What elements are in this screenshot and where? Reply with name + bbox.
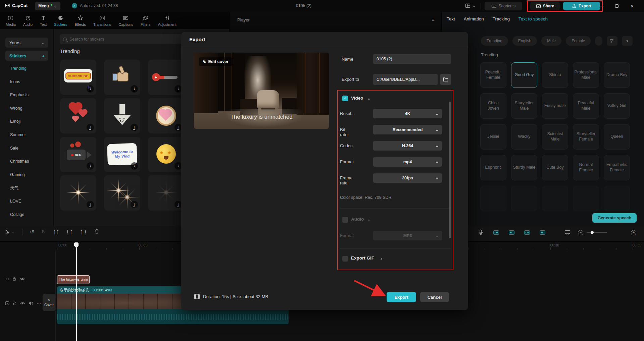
voice-card[interactable]: Drama Boy <box>604 62 630 88</box>
eye-icon[interactable] <box>20 277 25 281</box>
download-icon[interactable]: ↓ <box>87 124 94 131</box>
menu-button[interactable]: Menu ⌄ <box>35 2 60 10</box>
split-right-button[interactable]: ]⢸ <box>80 229 87 235</box>
gif-checkbox[interactable] <box>342 256 348 262</box>
voice-card[interactable]: Storyteller Female <box>573 124 599 150</box>
close-button[interactable]: ✕ <box>628 3 636 9</box>
sidebar-item-love[interactable]: LOVE <box>10 199 21 204</box>
yours-dropdown[interactable]: Yours ⌄ <box>5 38 48 48</box>
voice-card[interactable]: Valley Girl <box>604 93 630 119</box>
voice-card-partial[interactable] <box>542 186 568 211</box>
download-icon[interactable]: ↓ <box>87 201 94 208</box>
more-options-icon[interactable]: ⋯ <box>37 301 41 306</box>
tab-text[interactable]: Text <box>447 16 455 21</box>
tab-transitions[interactable]: .f{fill:#9a9a9a;stroke:none;}Transitions <box>90 15 114 26</box>
undo-button[interactable]: ↺ <box>30 229 34 235</box>
sidebar-item-wrong[interactable]: Wrong <box>10 106 22 111</box>
voice-card[interactable]: Queen <box>604 124 630 150</box>
minimize-button[interactable] <box>598 3 606 9</box>
text-clip[interactable]: The luxury is unm <box>57 275 90 284</box>
tab-text[interactable]: .f{fill:#9a9a9a;stroke:none;}Text <box>37 15 50 26</box>
redo-button[interactable]: ↻ <box>42 229 46 235</box>
speaker-icon[interactable] <box>29 301 33 305</box>
sticker-card-starface[interactable]: ★ ★↓ <box>148 137 184 172</box>
download-icon[interactable]: ↓ <box>175 124 182 131</box>
voice-card[interactable]: Good Guy <box>511 62 537 88</box>
export-confirm-button[interactable]: Export <box>387 292 416 302</box>
dropdown-framerate[interactable]: 30fps⌄ <box>373 173 442 183</box>
download-icon[interactable]: ↓ <box>131 124 138 131</box>
download-icon[interactable]: ↓ <box>175 201 182 208</box>
voice-card[interactable]: Fussy male <box>542 93 568 119</box>
sidebar-item-emphasis[interactable]: Emphasis <box>10 93 29 97</box>
split-left-button[interactable]: ⡇[ <box>66 229 73 235</box>
tab-stickers[interactable]: .f{fill:#2fb8c3;stroke:none;}Stickers <box>51 15 70 26</box>
dropdown-codec[interactable]: H.264⌄ <box>373 141 442 151</box>
tab-text-to-speech[interactable]: Text to speech <box>518 16 548 21</box>
record-voiceover-button[interactable] <box>478 229 484 237</box>
export-button-titlebar[interactable]: Export <box>563 2 600 10</box>
voice-card[interactable]: Scientist Male <box>542 124 568 150</box>
voice-card[interactable]: Shinta <box>542 62 568 88</box>
voice-card-partial[interactable] <box>604 186 630 211</box>
audio-format-dropdown[interactable]: MP3 ⌄ <box>373 231 442 240</box>
chevron-down-button[interactable]: ▾ <box>622 36 633 46</box>
tab-audio[interactable]: .f{fill:#9a9a9a;stroke:none;}Audio <box>20 15 36 26</box>
sticker-card-sparkle[interactable]: ↓ <box>60 175 96 211</box>
dropdown-format[interactable]: mp4⌄ <box>373 157 442 167</box>
filter-chip-partial[interactable] <box>595 36 602 46</box>
player-menu-icon[interactable]: ≡ <box>432 17 435 22</box>
sidebar-item-icons[interactable]: Icons <box>10 79 20 84</box>
split-button[interactable]: ][ <box>53 230 59 235</box>
tab-effects[interactable]: .f{fill:#9a9a9a;stroke:none;}Effects <box>71 15 89 26</box>
dropdown-bitrate[interactable]: Recommended⌄ <box>373 125 442 134</box>
audio-checkbox[interactable] <box>342 217 348 223</box>
filter-chip-female[interactable]: Female <box>566 36 591 46</box>
collapse-gif-icon[interactable]: ▴ <box>381 257 382 260</box>
sticker-card-clock[interactable]: ↓ <box>148 98 184 133</box>
lock-icon[interactable] <box>12 277 16 281</box>
sticker-card-arrow[interactable]: ↓ <box>104 98 140 133</box>
tab-animation[interactable]: Animation <box>464 16 484 21</box>
tab-adjustment[interactable]: .f{fill:#9a9a9a;stroke:none;}Adjustment <box>155 15 180 26</box>
timeline-zoom-slider[interactable] <box>587 232 607 233</box>
zoom-in-button[interactable]: + <box>631 230 636 235</box>
filter-icon[interactable] <box>607 36 617 46</box>
sticker-card-slider[interactable]: ▶↓ <box>148 60 184 95</box>
filter-chip-male[interactable]: Male <box>541 36 561 46</box>
sticker-card-subscribe[interactable]: SUBSCRIBE➤↓ <box>60 60 96 95</box>
sticker-card-thumb[interactable]: ↓ <box>104 60 140 95</box>
restore-button[interactable] <box>613 3 621 9</box>
collapse-audio-icon[interactable]: ▴ <box>368 218 370 221</box>
eye-icon[interactable] <box>20 301 25 305</box>
lock-icon[interactable] <box>13 301 17 305</box>
download-icon[interactable]: ↓ <box>87 162 94 170</box>
sticker-card-rec[interactable]: REC↓ <box>60 137 96 172</box>
export-path-input[interactable]: C:/Users/DELL/AppD... <box>373 74 438 85</box>
cover-button[interactable]: ✎ Cover <box>43 294 55 311</box>
select-tool-button[interactable]: ⌄ <box>5 229 15 235</box>
voice-card[interactable]: Chica Joven <box>480 93 506 119</box>
sidebar-item-gaming[interactable]: Gaming <box>10 172 25 177</box>
voice-card[interactable]: Sturdy Male <box>511 155 537 180</box>
voice-card[interactable]: Cute Boy <box>542 155 568 180</box>
shortcuts-button[interactable]: Shortcuts <box>485 2 522 10</box>
preview-axis-button[interactable] <box>564 230 571 236</box>
voice-card-partial[interactable] <box>480 186 506 211</box>
sidebar-item-emoji[interactable]: Emoji <box>10 119 20 124</box>
share-button[interactable]: Share <box>530 2 560 10</box>
sticker-card-hearts[interactable]: ↓ <box>60 98 96 133</box>
voice-card[interactable]: Peaceful Female <box>480 62 506 88</box>
voice-card[interactable]: Normal Female <box>573 155 599 180</box>
audio-tool-icon-1[interactable] <box>493 230 499 235</box>
download-icon[interactable]: ↓ <box>131 201 138 208</box>
voice-card[interactable]: Wacky <box>511 124 537 150</box>
tab-media[interactable]: .f{fill:#9a9a9a;stroke:none;}Media <box>3 15 19 26</box>
name-input[interactable]: 0105 (2) <box>373 54 451 64</box>
zoom-out-button[interactable]: − <box>578 230 583 235</box>
tab-captions[interactable]: .f{fill:#9a9a9a;stroke:none;}Captions <box>115 15 136 26</box>
sticker-card-vlog[interactable]: Welcome to My Vlog↓ <box>104 137 140 172</box>
sidebar-item-trending[interactable]: Trending <box>10 66 27 71</box>
voice-card-partial[interactable] <box>511 186 537 211</box>
sticker-card-sparkledim[interactable]: ↓ <box>148 175 184 211</box>
